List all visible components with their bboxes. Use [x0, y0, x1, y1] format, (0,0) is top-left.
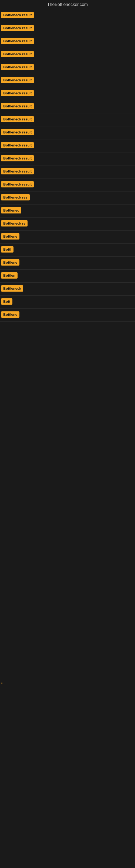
- site-title: TheBottlenecker.com: [0, 0, 135, 9]
- result-row: Bottleneck result: [0, 48, 135, 61]
- bottleneck-badge[interactable]: Bottleneck result: [1, 77, 34, 83]
- bottleneck-badge[interactable]: Bottlenec: [1, 207, 21, 214]
- bottleneck-badge[interactable]: Bottleneck re: [1, 220, 28, 226]
- bottleneck-badge[interactable]: Bottleneck result: [1, 103, 34, 109]
- bottleneck-badge[interactable]: Bottleneck result: [1, 168, 34, 175]
- bottleneck-badge[interactable]: Bottleneck result: [1, 116, 34, 122]
- bottleneck-badge[interactable]: Bottleneck result: [1, 181, 34, 187]
- bottleneck-badge[interactable]: Bottleneck result: [1, 142, 34, 148]
- result-row: Bottleneck result: [0, 9, 135, 22]
- result-row: Bottleneck result: [0, 87, 135, 100]
- bottleneck-badge[interactable]: Bottlene: [1, 259, 19, 266]
- result-row: Bott: [0, 296, 135, 309]
- bottleneck-badge[interactable]: Bottlen: [1, 272, 17, 279]
- result-row: Bottleneck result: [0, 165, 135, 179]
- result-row: Bottleneck re: [0, 218, 135, 230]
- result-row: Bottlenec: [0, 205, 135, 218]
- bottleneck-badge[interactable]: Bottlene: [1, 311, 19, 318]
- result-row: Bottleneck result: [0, 113, 135, 126]
- result-row: Bottlene: [0, 230, 135, 244]
- bottom-label: o: [1, 682, 3, 684]
- result-row: Bottlen: [0, 270, 135, 283]
- result-row: Bottleneck: [0, 283, 135, 296]
- bottleneck-badge[interactable]: Bottlene: [1, 233, 19, 240]
- result-row: Bottleneck result: [0, 22, 135, 35]
- bottleneck-badge[interactable]: Bottleneck result: [1, 38, 34, 44]
- result-row: Bottleneck res: [0, 191, 135, 205]
- result-row: Bottleneck result: [0, 126, 135, 140]
- bottleneck-badge[interactable]: Bottleneck result: [1, 129, 34, 135]
- bottleneck-badge[interactable]: Bottl: [1, 246, 13, 252]
- result-row: Bottlene: [0, 257, 135, 270]
- result-row: Bottleneck result: [0, 74, 135, 87]
- result-row: Bottleneck result: [0, 179, 135, 191]
- bottleneck-badge[interactable]: Bottleneck res: [1, 194, 30, 200]
- bottleneck-badge[interactable]: Bottleneck result: [1, 155, 34, 161]
- bottleneck-badge[interactable]: Bottleneck result: [1, 90, 34, 96]
- result-row: Bottleneck result: [0, 35, 135, 48]
- bottleneck-badge[interactable]: Bott: [1, 299, 12, 305]
- result-row: Bottleneck result: [0, 100, 135, 113]
- result-row: Bottleneck result: [0, 140, 135, 152]
- bottleneck-badge[interactable]: Bottleneck: [1, 285, 23, 291]
- result-row: Bottl: [0, 244, 135, 257]
- result-row: Bottlene: [0, 309, 135, 322]
- bottleneck-badge[interactable]: Bottleneck result: [1, 51, 34, 57]
- result-row: Bottleneck result: [0, 61, 135, 74]
- result-row: Bottleneck result: [0, 152, 135, 165]
- bottleneck-badge[interactable]: Bottleneck result: [1, 64, 34, 70]
- bottleneck-badge[interactable]: Bottleneck result: [1, 12, 34, 18]
- bottleneck-badge[interactable]: Bottleneck result: [1, 25, 34, 31]
- results-list: Bottleneck resultBottleneck resultBottle…: [0, 9, 135, 322]
